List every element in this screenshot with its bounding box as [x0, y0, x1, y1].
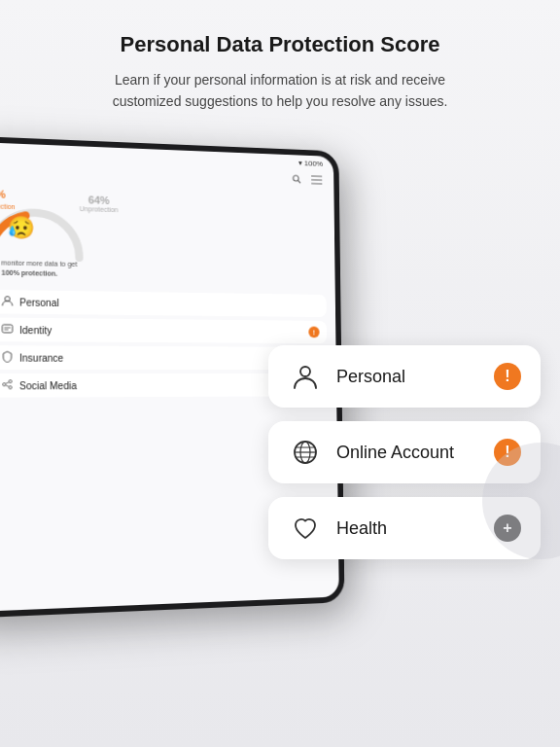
svg-line-13 — [6, 385, 9, 386]
warn-badge-right: ! — [308, 327, 319, 338]
svg-point-14 — [300, 367, 310, 376]
personal-card-badge: ! — [494, 363, 521, 390]
unprotect-label: 64% Unprotection — [80, 194, 119, 213]
svg-line-1 — [298, 181, 300, 183]
protection-label: Protection — [0, 202, 16, 210]
top-section: Personal Data Protection Score Learn if … — [0, 0, 560, 131]
battery-label: 100% — [304, 160, 323, 168]
device-area: ▾ 100% — [0, 131, 560, 637]
personal-card[interactable]: Personal ! — [268, 345, 541, 408]
svg-point-9 — [9, 380, 12, 383]
score-section: 36% Protection 😥 64% Unprotection Try to… — [0, 178, 335, 278]
personal-card-label: Personal — [336, 367, 480, 387]
list-item[interactable]: ✓ Personal — [0, 290, 327, 318]
svg-line-12 — [6, 382, 9, 383]
identity-icon — [1, 323, 14, 337]
page-title: Personal Data Protection Score — [39, 31, 521, 59]
personal-card-icon — [288, 359, 323, 394]
gauge-face: 😥 — [8, 215, 35, 241]
search-icon[interactable] — [291, 173, 303, 187]
personal-icon — [1, 295, 14, 308]
gauge-percentage: 36% Protection — [0, 189, 16, 211]
svg-point-11 — [9, 386, 12, 389]
online-account-card-icon — [288, 435, 323, 470]
social-icon — [1, 378, 14, 392]
insurance-icon — [1, 351, 14, 365]
wifi-icon: ▾ — [298, 160, 302, 168]
status-icons: ▾ 100% — [298, 160, 324, 169]
health-card-icon — [288, 511, 323, 546]
gauge-container: 36% Protection 😥 64% Unprotection Try to… — [0, 187, 89, 268]
svg-point-0 — [294, 176, 299, 182]
svg-point-10 — [3, 383, 6, 386]
list-item[interactable]: ! Identity ! — [0, 318, 327, 344]
menu-icon[interactable] — [310, 173, 323, 187]
page-subtitle: Learn if your personal information is at… — [105, 69, 455, 113]
health-card-label: Health — [336, 518, 480, 539]
svg-rect-6 — [2, 325, 12, 333]
score-message: Try to monitor more data to get 100% pro… — [0, 259, 80, 280]
online-account-card-label: Online Account — [336, 443, 480, 463]
